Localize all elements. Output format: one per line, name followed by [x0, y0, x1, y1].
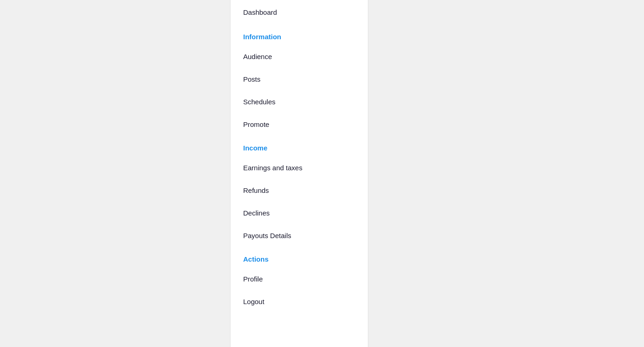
- sidebar-item-earnings-and-taxes[interactable]: Earnings and taxes: [230, 156, 368, 179]
- sidebar-panel: Dashboard Information Audience Posts Sch…: [230, 0, 368, 347]
- sidebar-item-schedules[interactable]: Schedules: [230, 90, 368, 113]
- declines-label: Declines: [243, 209, 270, 217]
- logout-label: Logout: [243, 298, 265, 305]
- sidebar-item-promote[interactable]: Promote: [230, 113, 368, 136]
- sidebar-item-declines[interactable]: Declines: [230, 202, 368, 224]
- sidebar-item-logout[interactable]: Logout: [230, 290, 368, 313]
- sidebar-item-profile[interactable]: Profile: [230, 268, 368, 290]
- sidebar-item-audience[interactable]: Audience: [230, 45, 368, 68]
- promote-label: Promote: [243, 120, 270, 128]
- sidebar-item-payouts-details[interactable]: Payouts Details: [230, 224, 368, 247]
- sidebar-item-posts[interactable]: Posts: [230, 68, 368, 90]
- dashboard-label: Dashboard: [243, 8, 277, 16]
- audience-label: Audience: [243, 53, 272, 60]
- page-wrapper: Dashboard Information Audience Posts Sch…: [0, 0, 644, 347]
- section-header-actions: Actions: [230, 247, 368, 268]
- section-header-information: Information: [230, 24, 368, 45]
- refunds-label: Refunds: [243, 186, 269, 194]
- section-header-income: Income: [230, 136, 368, 156]
- profile-label: Profile: [243, 275, 263, 283]
- schedules-label: Schedules: [243, 98, 276, 106]
- payouts-details-label: Payouts Details: [243, 232, 291, 239]
- sidebar-item-dashboard[interactable]: Dashboard: [230, 0, 368, 24]
- earnings-and-taxes-label: Earnings and taxes: [243, 164, 302, 172]
- sidebar-item-refunds[interactable]: Refunds: [230, 179, 368, 202]
- posts-label: Posts: [243, 75, 261, 83]
